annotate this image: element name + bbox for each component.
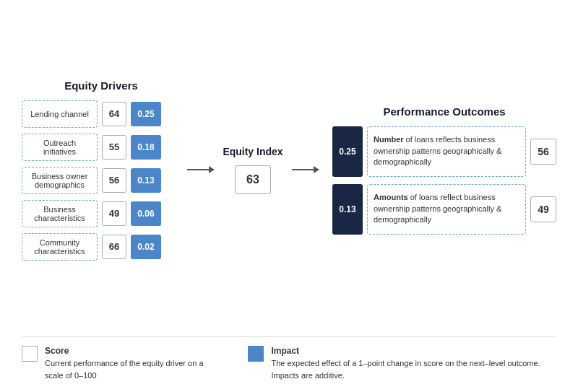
left-arrow-connector xyxy=(181,166,220,173)
driver-row: Lending channel 64 0.25 xyxy=(22,100,181,128)
outcome-row: 0.13 Amounts of loans reflect business o… xyxy=(332,184,556,235)
driver-row: Community characteristics 66 0.02 xyxy=(22,233,181,261)
outcome-impact-0: 0.25 xyxy=(332,126,363,177)
driver-score-4: 66 xyxy=(102,235,126,259)
right-arrow-head xyxy=(314,166,319,173)
arrow-head xyxy=(209,166,215,173)
driver-impact-0: 0.25 xyxy=(131,102,161,126)
outcome-desc-0: Number of loans reflects business owners… xyxy=(367,126,526,177)
right-arrow-line xyxy=(292,169,314,170)
outcome-score-1: 49 xyxy=(530,196,556,222)
legend-score-text: Score Current performance of the equity … xyxy=(45,344,219,381)
driver-row: Business characteristics 49 0.06 xyxy=(22,200,181,227)
equity-index-section: Equity Index 63 xyxy=(220,145,285,194)
driver-label-1: Outreach initiatives xyxy=(22,134,98,161)
outcomes-list: 0.25 Number of loans reflects business o… xyxy=(332,126,556,235)
score-icon xyxy=(22,346,38,362)
legend-impact-item: Impact The expected effect of a 1–point … xyxy=(248,344,556,381)
outcome-impact-1: 0.13 xyxy=(332,184,363,235)
driver-impact-4: 0.02 xyxy=(131,235,161,259)
outcome-desc-1: Amounts of loans reflect business owners… xyxy=(367,184,526,235)
outcome-score-0: 56 xyxy=(530,139,556,165)
equity-drivers-title: Equity Drivers xyxy=(64,79,138,92)
right-arrow-connector xyxy=(285,166,325,173)
equity-index-value: 63 xyxy=(235,165,271,194)
legend-impact-text: Impact The expected effect of a 1–point … xyxy=(271,344,556,381)
content-row: Equity Drivers Lending channel 64 0.25 O… xyxy=(22,14,556,325)
driver-impact-3: 0.06 xyxy=(131,201,161,226)
driver-label-4: Community characteristics xyxy=(22,233,98,261)
driver-label-3: Business characteristics xyxy=(22,200,98,227)
driver-row: Outreach initiatives 55 0.18 xyxy=(22,134,181,161)
legend: Score Current performance of the equity … xyxy=(22,336,556,381)
impact-icon xyxy=(248,346,264,362)
legend-score-item: Score Current performance of the equity … xyxy=(22,344,219,381)
legend-impact-desc: The expected effect of a 1–point change … xyxy=(271,359,540,380)
performance-title: Performance Outcomes xyxy=(383,105,505,118)
driver-row: Business owner demographics 56 0.13 xyxy=(22,167,181,194)
driver-score-1: 55 xyxy=(102,135,126,160)
driver-impact-2: 0.13 xyxy=(131,168,161,193)
legend-score-desc: Current performance of the equity driver… xyxy=(45,359,204,380)
driver-label-2: Business owner demographics xyxy=(22,167,98,194)
driver-impact-1: 0.18 xyxy=(131,135,161,160)
drivers-list: Lending channel 64 0.25 Outreach initiat… xyxy=(22,100,181,261)
left-arrow xyxy=(187,166,215,173)
outcome-row: 0.25 Number of loans reflects business o… xyxy=(332,126,556,177)
driver-score-2: 56 xyxy=(102,168,126,193)
legend-score-label: Score xyxy=(45,344,219,357)
arrow-line xyxy=(187,169,209,170)
driver-score-3: 49 xyxy=(102,201,126,226)
main-container: Equity Drivers Lending channel 64 0.25 O… xyxy=(0,0,578,392)
right-arrow xyxy=(292,166,319,173)
driver-score-0: 64 xyxy=(102,102,126,126)
driver-label-0: Lending channel xyxy=(22,100,98,128)
equity-drivers-section: Equity Drivers Lending channel 64 0.25 O… xyxy=(22,79,181,261)
performance-outcomes-section: Performance Outcomes 0.25 Number of loan… xyxy=(332,105,556,235)
legend-impact-label: Impact xyxy=(271,344,556,357)
equity-index-title: Equity Index xyxy=(223,145,282,158)
